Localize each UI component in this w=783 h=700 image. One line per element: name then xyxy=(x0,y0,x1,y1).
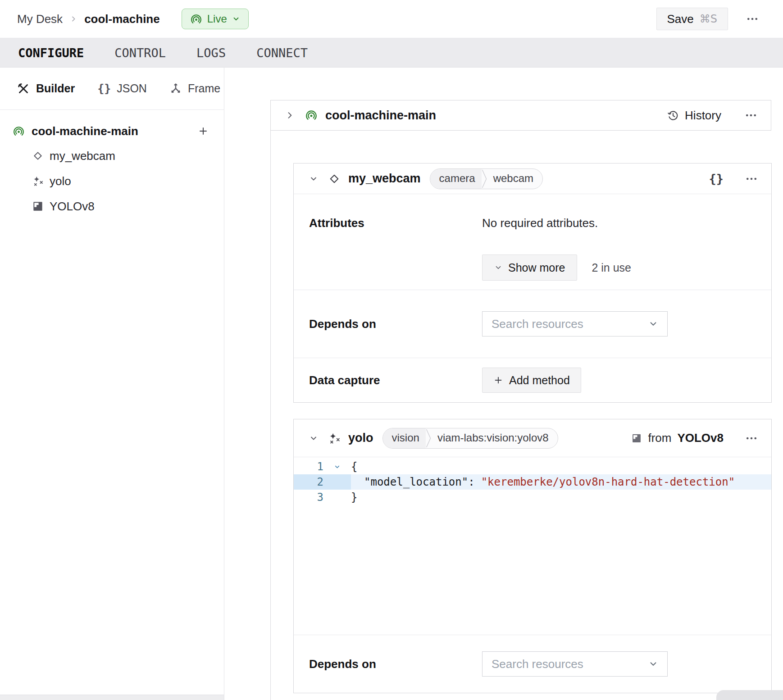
live-badge-label: Live xyxy=(207,13,227,25)
view-tab-json[interactable]: {} JSON xyxy=(97,82,147,95)
tools-icon xyxy=(17,82,30,95)
card-collapse-toggle[interactable] xyxy=(309,174,318,183)
data-capture-section: Data capture Add method xyxy=(294,358,771,402)
app-header: My Desk cool-machine Live Save ⌘S xyxy=(0,0,783,38)
live-broadcast-icon xyxy=(13,125,25,137)
code-text: { xyxy=(351,460,357,473)
resource-name: my_webcam xyxy=(348,172,421,186)
breadcrumb-chevron-icon xyxy=(70,15,77,23)
history-label: History xyxy=(685,109,721,123)
resource-type-tag: camera xyxy=(430,169,482,189)
ellipsis-icon xyxy=(745,109,757,122)
tab-connect[interactable]: CONNECT xyxy=(256,44,308,62)
depends-on-select[interactable]: Search resources xyxy=(482,651,668,677)
show-more-button[interactable]: Show more xyxy=(482,255,577,281)
view-tab-frame[interactable]: Frame xyxy=(169,82,220,95)
resource-model-tag: viam-labs:vision:yolov8 xyxy=(431,428,558,448)
header-menu-button[interactable] xyxy=(744,11,760,27)
tree-item-part-main[interactable]: cool-machine-main xyxy=(0,119,224,143)
chevron-down-icon xyxy=(309,434,318,443)
plus-icon xyxy=(198,126,209,136)
config-view-switcher: Builder {} JSON Frame xyxy=(0,68,224,110)
view-tab-label: JSON xyxy=(117,82,147,95)
resource-type-tag: vision xyxy=(383,428,426,448)
tree-item-my-webcam[interactable]: my_webcam xyxy=(0,143,224,168)
machine-status-badge[interactable]: Live xyxy=(182,9,249,29)
resource-type-pill: vision viam-labs:vision:yolov8 xyxy=(382,428,558,449)
json-key: "model_location": xyxy=(364,476,475,488)
machine-nav-tabs: CONFIGURE CONTROL LOGS CONNECT xyxy=(0,38,783,68)
resource-card-my-webcam: my_webcam camera webcam {} xyxy=(293,163,772,403)
save-button[interactable]: Save ⌘S xyxy=(656,8,728,30)
breadcrumb-location-link[interactable]: My Desk xyxy=(17,12,63,26)
show-more-label: Show more xyxy=(508,261,565,274)
breadcrumb: My Desk cool-machine xyxy=(17,12,160,26)
tab-control[interactable]: CONTROL xyxy=(114,44,166,62)
view-tab-builder[interactable]: Builder xyxy=(17,82,75,95)
view-tab-label: Builder xyxy=(36,82,75,95)
code-text: "model_location":"keremberke/yolov8n-har… xyxy=(351,476,735,488)
from-module-indicator: from YOLOv8 xyxy=(631,431,724,445)
ellipsis-icon xyxy=(745,173,758,185)
component-diamond-icon xyxy=(32,150,44,162)
history-button[interactable]: History xyxy=(667,109,721,123)
live-broadcast-icon xyxy=(190,13,202,25)
json-mode-button[interactable]: {} xyxy=(709,172,724,186)
depends-on-label: Depends on xyxy=(309,317,482,331)
resource-menu-button[interactable] xyxy=(743,430,760,446)
tree-item-yolov8-module[interactable]: YOLOv8 xyxy=(0,194,224,219)
resource-card-header: yolo vision viam-labs:vision:yolov8 xyxy=(294,419,771,457)
attributes-usage-count: 2 in use xyxy=(592,261,631,274)
sparkles-icon xyxy=(32,175,44,187)
ellipsis-icon xyxy=(746,13,759,25)
resource-card-header: my_webcam camera webcam {} xyxy=(294,164,771,194)
select-placeholder: Search resources xyxy=(492,317,583,331)
part-header-card: cool-machine-main History xyxy=(270,100,771,131)
sidebar-bottom-scrollbar[interactable] xyxy=(0,695,224,700)
tab-configure[interactable]: CONFIGURE xyxy=(18,44,84,62)
from-module-name: YOLOv8 xyxy=(677,431,724,445)
code-line-1: 1 { xyxy=(294,459,771,474)
view-tab-label: Frame xyxy=(188,82,220,95)
chevron-down-icon xyxy=(232,15,240,23)
tag-separator-icon xyxy=(482,169,487,189)
line-number: 1 xyxy=(294,460,323,473)
chevron-down-icon xyxy=(494,264,502,272)
history-icon xyxy=(667,109,679,122)
tree-item-label: yolo xyxy=(50,174,71,188)
fold-toggle-icon[interactable] xyxy=(323,464,351,470)
json-string-value: "keremberke/yolov8n-hard-hat-detection" xyxy=(481,476,735,488)
line-number: 3 xyxy=(294,491,323,504)
chevron-down-icon xyxy=(648,319,658,329)
machine-name: cool-machine xyxy=(84,12,160,26)
depends-on-select[interactable]: Search resources xyxy=(482,311,668,336)
select-placeholder: Search resources xyxy=(492,657,583,671)
part-resources-group: my_webcam camera webcam {} xyxy=(270,131,771,700)
from-label: from xyxy=(648,431,671,445)
ellipsis-icon xyxy=(745,432,758,445)
part-menu-button[interactable] xyxy=(743,107,759,123)
code-text: } xyxy=(351,491,357,504)
save-shortcut: ⌘S xyxy=(700,13,717,25)
attributes-empty-text: No required attributes. xyxy=(482,216,631,230)
tree-item-yolo[interactable]: yolo xyxy=(0,168,224,194)
add-resource-button[interactable] xyxy=(196,124,210,138)
save-label: Save xyxy=(667,12,694,26)
data-capture-label: Data capture xyxy=(309,373,482,387)
attributes-section: Attributes No required attributes. Show … xyxy=(294,194,771,290)
depends-on-label: Depends on xyxy=(309,657,482,671)
add-method-label: Add method xyxy=(509,374,570,387)
resource-menu-button[interactable] xyxy=(743,171,760,187)
card-collapse-toggle[interactable] xyxy=(309,434,318,443)
add-method-button[interactable]: Add method xyxy=(482,368,581,393)
part-collapse-toggle[interactable] xyxy=(285,111,294,120)
chevron-down-icon xyxy=(309,174,318,183)
resource-type-pill: camera webcam xyxy=(430,168,543,189)
live-broadcast-icon xyxy=(305,109,318,122)
module-icon xyxy=(631,433,642,444)
chevron-right-icon xyxy=(285,111,294,120)
resource-tree: cool-machine-main my_webcam xyxy=(0,110,224,219)
attributes-json-editor[interactable]: 1 { 2 "model_lo xyxy=(294,457,771,635)
tab-logs[interactable]: LOGS xyxy=(196,44,226,62)
depends-on-section: Depends on Search resources xyxy=(294,635,771,693)
